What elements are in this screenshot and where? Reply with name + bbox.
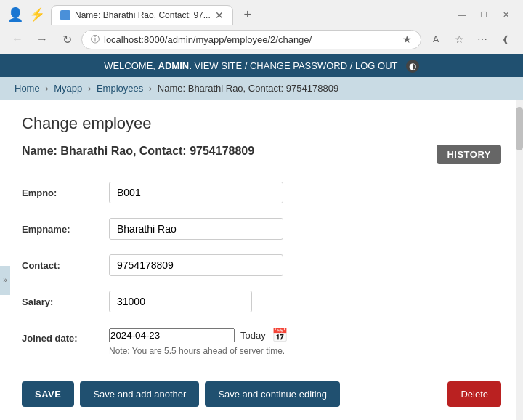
sidebar-toggle[interactable]: » — [0, 266, 10, 295]
employee-form: Empno: Empname: Contact: — [22, 182, 501, 356]
delete-button[interactable]: Delete — [447, 381, 501, 407]
extensions-icon[interactable]: ⚡ — [29, 7, 45, 23]
back-button[interactable]: ← — [7, 29, 28, 49]
salary-field — [109, 291, 252, 312]
change-password-link[interactable]: CHANGE PASSWORD — [250, 60, 347, 71]
date-note: Note: You are 5.5 hours ahead of server … — [109, 346, 288, 356]
empno-row: Empno: — [22, 182, 501, 203]
content-area: Change employee Name: Bharathi Rao, Cont… — [0, 100, 523, 420]
admin-name: ADMIN. — [158, 60, 192, 71]
empname-row: Empname: — [22, 218, 501, 240]
browser-chrome: 👤 ⚡ Name: Bharathi Rao, Contact: 97... ✕… — [0, 0, 523, 54]
url-text[interactable]: localhost:8000/admin/myapp/employee/2/ch… — [104, 34, 398, 45]
browser-tab[interactable]: Name: Bharathi Rao, Contact: 97... ✕ — [51, 5, 233, 25]
breadcrumb-employees[interactable]: Employees — [97, 83, 143, 94]
salary-input[interactable] — [109, 291, 252, 312]
welcome-text: WELCOME, — [104, 60, 155, 71]
favorites-button[interactable]: ☆ — [449, 29, 469, 49]
tab-favicon — [60, 10, 70, 20]
more-options-button[interactable]: ⋯ — [472, 29, 492, 49]
profile-icon[interactable]: 👤 — [7, 7, 23, 23]
scrollbar[interactable] — [516, 100, 523, 420]
breadcrumb-sep-1: › — [45, 83, 48, 94]
tab-close-button[interactable]: ✕ — [215, 10, 224, 20]
browser-title-bar: 👤 ⚡ Name: Bharathi Rao, Contact: 97... ✕… — [0, 0, 523, 25]
empname-label: Empname: — [22, 224, 109, 235]
window-controls: — ☐ ✕ — [452, 4, 516, 25]
refresh-button[interactable]: ↻ — [57, 29, 77, 49]
theme-icon[interactable]: ◐ — [406, 60, 419, 73]
tab-title: Name: Bharathi Rao, Contact: 97... — [75, 10, 211, 20]
joined-date-label: Joined date: — [22, 327, 109, 344]
minimize-button[interactable]: — — [452, 4, 472, 25]
contact-input[interactable] — [109, 254, 283, 276]
calendar-icon[interactable]: 📅 — [272, 327, 288, 343]
scrollbar-thumb[interactable] — [516, 107, 523, 150]
view-site-link[interactable]: VIEW SITE — [194, 60, 242, 71]
submit-row: SAVE Save and add another Save and conti… — [22, 371, 501, 417]
empno-field — [109, 182, 283, 203]
empname-input[interactable] — [109, 218, 283, 240]
sidebar-button[interactable]: ❰ — [495, 29, 516, 49]
today-button[interactable]: Today — [240, 330, 266, 341]
contact-field — [109, 254, 283, 276]
admin-header: WELCOME, ADMIN. VIEW SITE / CHANGE PASSW… — [0, 54, 523, 77]
extra-nav-buttons: A̲ ☆ ⋯ ❰ — [426, 29, 516, 49]
empno-label: Empno: — [22, 187, 109, 198]
logout-link[interactable]: LOG OUT — [355, 60, 397, 71]
joined-date-row: Joined date: Today 📅 Note: You are 5.5 h… — [22, 327, 501, 356]
contact-row: Contact: — [22, 254, 501, 276]
separator-2: / — [350, 60, 355, 71]
page-wrapper: WELCOME, ADMIN. VIEW SITE / CHANGE PASSW… — [0, 54, 523, 420]
contact-label: Contact: — [22, 260, 109, 271]
breadcrumb-myapp[interactable]: Myapp — [54, 83, 82, 94]
save-add-another-button[interactable]: Save and add another — [80, 381, 199, 407]
breadcrumb-sep-2: › — [88, 83, 91, 94]
breadcrumb-current: Name: Bharathi Rao, Contact: 9754178809 — [158, 83, 338, 94]
empname-field — [109, 218, 283, 240]
close-button[interactable]: ✕ — [495, 4, 516, 25]
separator-1: / — [245, 60, 250, 71]
joined-date-field: Today 📅 Note: You are 5.5 hours ahead of… — [109, 327, 288, 356]
date-field-container: Today 📅 — [109, 327, 288, 343]
reader-mode-button[interactable]: A̲ — [426, 29, 446, 49]
salary-label: Salary: — [22, 296, 109, 307]
history-button[interactable]: HISTORY — [437, 145, 501, 164]
address-bar: ⓘ localhost:8000/admin/myapp/employee/2/… — [81, 30, 421, 49]
maximize-button[interactable]: ☐ — [474, 4, 494, 25]
main-layout: » Change employee Name: Bharathi Rao, Co… — [0, 100, 523, 420]
breadcrumb-sep-3: › — [149, 83, 152, 94]
joined-date-input[interactable] — [109, 328, 235, 342]
record-header: Name: Bharathi Rao, Contact: 9754178809 … — [22, 145, 501, 164]
new-tab-button[interactable]: + — [239, 6, 256, 23]
save-continue-editing-button[interactable]: Save and continue editing — [205, 381, 340, 407]
record-name: Name: Bharathi Rao, Contact: 9754178809 — [22, 145, 254, 158]
empno-input[interactable] — [109, 182, 283, 203]
lock-icon: ⓘ — [91, 33, 100, 46]
bookmark-icon[interactable]: ★ — [402, 33, 412, 45]
save-button[interactable]: SAVE — [22, 381, 74, 407]
breadcrumb: Home › Myapp › Employees › Name: Bharath… — [0, 77, 523, 100]
page-title: Change employee — [22, 114, 501, 133]
salary-row: Salary: — [22, 291, 501, 312]
forward-button[interactable]: → — [32, 29, 52, 49]
breadcrumb-home[interactable]: Home — [15, 83, 40, 94]
browser-nav-bar: ← → ↻ ⓘ localhost:8000/admin/myapp/emplo… — [0, 25, 523, 54]
